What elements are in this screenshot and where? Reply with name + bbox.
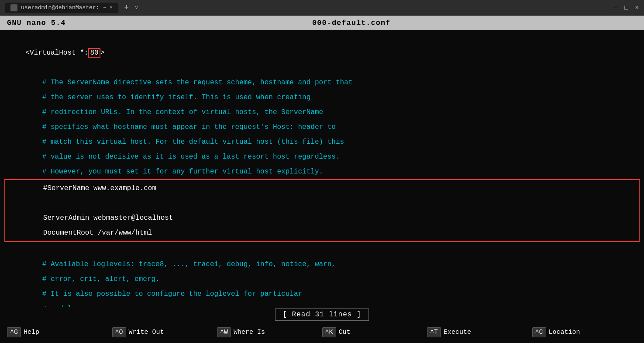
comment-line-11: # modules, e.g.: [0, 301, 644, 307]
nano-header: GNU nano 5.4 000-default.conf: [0, 16, 644, 30]
writeout-label: Write Out: [129, 329, 164, 336]
comment-line-2: # the server uses to identify itself. Th…: [0, 90, 644, 105]
selected-line-3: DocumentRoot /var/www/html: [10, 225, 634, 240]
selected-block: #ServerName www.example.com ServerAdmin …: [4, 179, 640, 242]
comment-line-6: # value is not decisive as it is used as…: [0, 149, 644, 164]
status-message: [ Read 31 lines ]: [275, 308, 368, 321]
comment-line-3: # redirection URLs. In the context of vi…: [0, 105, 644, 120]
vhost-port: 80: [88, 48, 100, 58]
shortcut-execute[interactable]: ^T Execute: [427, 327, 532, 337]
nano-filename: 000-default.conf: [65, 19, 637, 27]
shortcut-row-2: ^X Exit ^R Read File ^\ Replace ^U Paste…: [7, 341, 637, 343]
terminal-icon: [10, 4, 17, 11]
shortcut-location[interactable]: ^C Location: [532, 327, 637, 337]
help-label: Help: [24, 329, 39, 336]
writeout-key: ^O: [112, 327, 126, 337]
close-button[interactable]: ×: [635, 4, 639, 11]
minimize-button[interactable]: —: [614, 4, 617, 11]
vhost-prefix: <VirtualHost *:: [25, 49, 88, 57]
title-bar-left: useradmin@debianMaster: ~ × + ∨: [5, 3, 610, 13]
tab-label: useradmin@debianMaster: ~: [21, 4, 106, 11]
editor-area[interactable]: <VirtualHost *:80> # The ServerName dire…: [0, 30, 644, 307]
comment-line-7: # However, you must set it for any furth…: [0, 164, 644, 179]
execute-key: ^T: [427, 327, 441, 337]
comment-line-1: # The ServerName directive sets the requ…: [0, 75, 644, 90]
execute-label: Execute: [444, 329, 471, 336]
nano-version: GNU nano 5.4: [7, 19, 65, 27]
comment-line-5: # match this virtual host. For the defau…: [0, 135, 644, 149]
shortcut-bar: ^G Help ^O Write Out ^W Where Is ^K Cut …: [0, 322, 644, 343]
maximize-button[interactable]: □: [624, 4, 628, 11]
blank-line-1: [0, 242, 644, 257]
vhost-line: <VirtualHost *:80>: [0, 31, 644, 75]
vhost-close: >: [100, 49, 105, 57]
cut-key: ^K: [322, 327, 336, 337]
cut-label: Cut: [339, 329, 351, 336]
shortcut-whereis[interactable]: ^W Where Is: [217, 327, 322, 337]
location-key: ^C: [532, 327, 546, 337]
comment-line-10: # It is also possible to configure the l…: [0, 287, 644, 301]
comment-line-9: # error, crit, alert, emerg.: [0, 272, 644, 287]
whereis-key: ^W: [217, 327, 231, 337]
help-key: ^G: [7, 327, 21, 337]
shortcut-row-1: ^G Help ^O Write Out ^W Where Is ^K Cut …: [7, 324, 637, 341]
window-controls: — □ ×: [614, 4, 639, 11]
shortcut-writeout[interactable]: ^O Write Out: [112, 327, 217, 337]
selected-line-1: #ServerName www.example.com: [10, 181, 634, 196]
selected-line-2: ServerAdmin webmaster@localhost: [10, 211, 634, 225]
selected-line-blank: [10, 196, 634, 211]
whereis-label: Where Is: [234, 329, 265, 336]
comment-line-4: # specifies what hostname must appear in…: [0, 120, 644, 135]
comment-line-8: # Available loglevels: trace8, ..., trac…: [0, 257, 644, 272]
shortcut-cut[interactable]: ^K Cut: [322, 327, 427, 337]
new-tab-button[interactable]: +: [121, 3, 131, 12]
tab-dropdown-button[interactable]: ∨: [135, 4, 138, 11]
shortcut-help[interactable]: ^G Help: [7, 327, 112, 337]
tab-close-button[interactable]: ×: [110, 5, 113, 11]
terminal-tab[interactable]: useradmin@debianMaster: ~ ×: [5, 3, 118, 13]
title-bar: useradmin@debianMaster: ~ × + ∨ — □ ×: [0, 0, 644, 16]
status-bar: [ Read 31 lines ]: [0, 307, 644, 322]
location-label: Location: [549, 329, 580, 336]
